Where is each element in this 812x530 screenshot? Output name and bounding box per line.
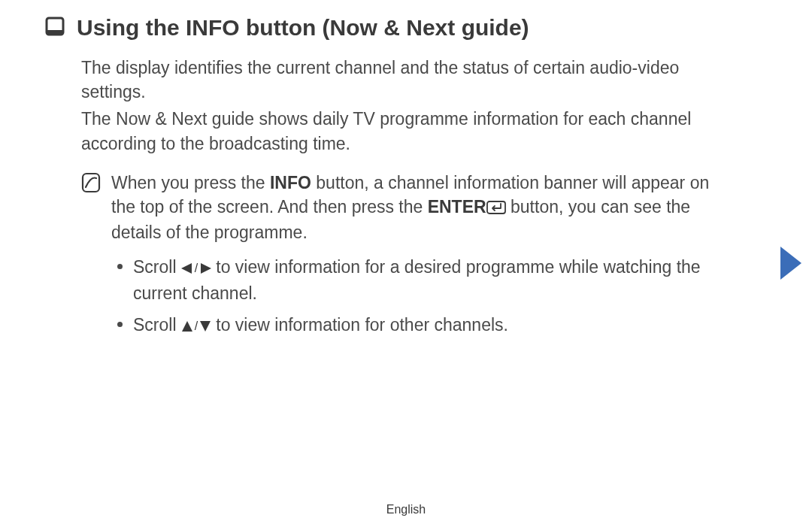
svg-rect-4 bbox=[487, 201, 505, 214]
svg-marker-7 bbox=[201, 263, 211, 274]
enter-label: ENTER bbox=[428, 197, 486, 217]
paragraph-1: The display identifies the current chann… bbox=[81, 56, 737, 104]
b1-pre: Scroll bbox=[133, 257, 181, 277]
note-block: When you press the INFO button, a channe… bbox=[81, 171, 737, 346]
svg-text:/: / bbox=[195, 320, 198, 332]
svg-text:/: / bbox=[195, 262, 198, 274]
b2-pre: Scroll bbox=[133, 315, 181, 335]
note-seg-pre: When you press the bbox=[111, 173, 270, 192]
body-content: The display identifies the current chann… bbox=[81, 56, 737, 346]
section-bullet-icon bbox=[45, 17, 65, 39]
svg-marker-10 bbox=[200, 321, 211, 332]
list-item: Scroll / to view information for a desir… bbox=[117, 255, 737, 304]
note-content: When you press the INFO button, a channe… bbox=[111, 171, 737, 346]
bullet-dot-icon bbox=[117, 264, 123, 269]
footer-language: English bbox=[0, 503, 812, 516]
section-heading: Using the INFO button (Now & Next guide) bbox=[77, 15, 529, 41]
bullet-dot-icon bbox=[117, 322, 123, 327]
bullet-1-text: Scroll / to view information for a desir… bbox=[133, 255, 737, 304]
svg-marker-5 bbox=[181, 263, 192, 274]
info-label: INFO bbox=[270, 173, 311, 192]
paragraph-2: The Now & Next guide shows daily TV prog… bbox=[81, 107, 737, 155]
svg-marker-8 bbox=[182, 321, 192, 332]
svg-rect-3 bbox=[83, 174, 99, 192]
next-page-arrow[interactable] bbox=[780, 247, 801, 283]
note-text: When you press the INFO button, a channe… bbox=[111, 171, 737, 245]
section-heading-row: Using the INFO button (Now & Next guide) bbox=[45, 15, 767, 41]
bullet-list: Scroll / to view information for a desir… bbox=[111, 255, 737, 338]
list-item: Scroll / to view information for other c… bbox=[117, 313, 737, 338]
note-icon bbox=[81, 172, 101, 346]
b2-post: to view information for other channels. bbox=[211, 315, 508, 335]
up-down-arrows-icon: / bbox=[181, 314, 211, 338]
b1-post: to view information for a desired progra… bbox=[133, 257, 701, 302]
bullet-2-text: Scroll / to view information for other c… bbox=[133, 313, 737, 338]
enter-icon bbox=[486, 196, 506, 220]
svg-marker-11 bbox=[780, 247, 801, 280]
svg-rect-2 bbox=[47, 30, 63, 35]
left-right-arrows-icon: / bbox=[181, 256, 211, 280]
